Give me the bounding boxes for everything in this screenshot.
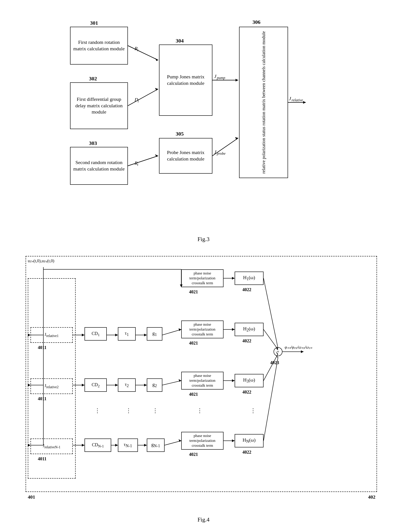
svg-text:pump: pump [217, 76, 225, 80]
svg-line-8 [128, 156, 158, 166]
svg-line-73 [264, 357, 278, 441]
svg-line-0 [128, 46, 158, 60]
svg-marker-49 [82, 384, 85, 387]
svg-line-69 [164, 441, 181, 445]
page: 301 302 303 304 305 306 First random rot… [0, 0, 407, 532]
svg-marker-76 [232, 277, 235, 280]
svg-line-4 [128, 89, 158, 106]
svg-marker-59 [275, 351, 278, 354]
svg-text:J: J [214, 149, 217, 155]
svg-text:J: J [214, 73, 217, 79]
fig3-inner: 301 302 303 304 305 306 First random rot… [70, 9, 337, 232]
svg-marker-80 [301, 350, 304, 353]
fig3-caption: Fig.3 [13, 236, 394, 243]
fig4-arrows [26, 256, 377, 492]
svg-line-77 [264, 278, 278, 348]
svg-marker-47 [28, 384, 31, 387]
svg-marker-53 [144, 384, 147, 387]
lbl-402: 402 [368, 494, 376, 500]
svg-marker-38 [144, 334, 147, 336]
svg-marker-40 [179, 328, 181, 331]
svg-line-39 [162, 330, 181, 335]
svg-text:i: i [137, 48, 138, 52]
svg-marker-21 [303, 101, 306, 104]
fig4-caption: Fig.4 [13, 516, 394, 523]
svg-text:i: i [138, 99, 139, 103]
svg-marker-32 [28, 334, 31, 336]
lbl-401: 401 [28, 494, 35, 500]
svg-text:i: i [137, 162, 138, 167]
svg-marker-68 [144, 444, 147, 446]
svg-line-58 [264, 354, 278, 381]
svg-marker-17 [235, 137, 238, 140]
fig4-container: u₂ₓ(t,0),u₂ᵧ(t,0) Jrelative1 4011 Jrelat… [13, 256, 394, 523]
svg-marker-36 [115, 334, 118, 336]
svg-marker-28 [180, 284, 183, 287]
svg-marker-72 [232, 439, 235, 442]
svg-line-54 [162, 381, 181, 385]
fig4-inner: u₂ₓ(t,0),u₂ᵧ(t,0) Jrelative1 4011 Jrelat… [26, 256, 381, 510]
svg-marker-42 [232, 328, 235, 331]
svg-marker-66 [115, 444, 118, 446]
fig3-arrows: R i D i R i J pump [70, 9, 315, 232]
svg-marker-51 [115, 384, 118, 387]
svg-marker-62 [28, 444, 31, 446]
fig3-container: 301 302 303 304 305 306 First random rot… [13, 9, 394, 243]
svg-text:relative: relative [292, 98, 303, 102]
svg-marker-34 [82, 334, 85, 336]
svg-marker-13 [235, 79, 238, 81]
svg-text:J: J [289, 96, 291, 101]
svg-marker-57 [232, 379, 235, 382]
svg-text:probe: probe [217, 151, 226, 156]
svg-marker-64 [82, 444, 85, 446]
